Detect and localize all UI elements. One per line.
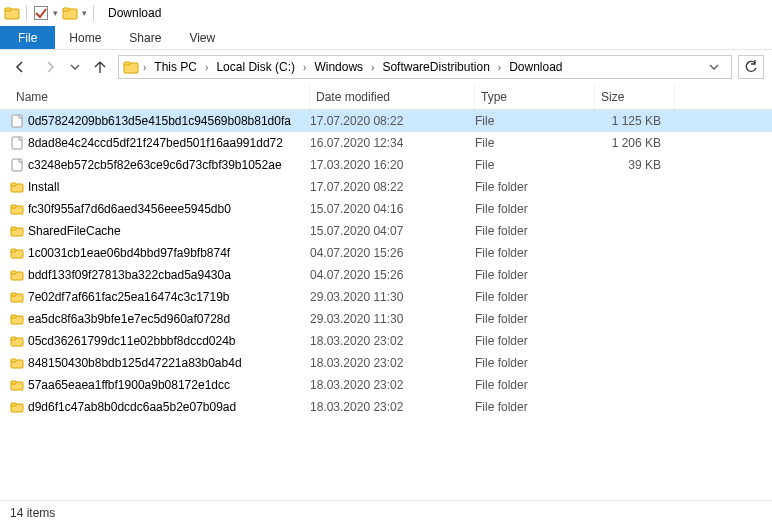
table-row[interactable]: 05cd36261799dc11e02bbbf8dccd024b18.03.20… [0,330,772,352]
folder-icon [10,400,28,414]
folder-icon [10,356,28,370]
table-row[interactable]: bddf133f09f27813ba322cbad5a9430a04.07.20… [0,264,772,286]
chevron-right-icon[interactable]: › [496,62,503,73]
table-row[interactable]: ea5dc8f6a3b9bfe1e7ec5d960af0728d29.03.20… [0,308,772,330]
chevron-right-icon[interactable]: › [369,62,376,73]
folder-icon [10,378,28,392]
chevron-right-icon[interactable]: › [141,62,148,73]
folder-icon [10,312,28,326]
folder-icon [10,180,28,194]
chevron-right-icon[interactable]: › [301,62,308,73]
file-date: 15.07.2020 04:07 [310,224,475,238]
refresh-button[interactable] [738,55,764,79]
file-name: 0d57824209bb613d5e415bd1c94569b08b81d0fa [28,114,310,128]
breadcrumb-softwaredistribution[interactable]: SoftwareDistribution [378,60,493,74]
table-row[interactable]: d9d6f1c47ab8b0dcdc6aa5b2e07b09ad18.03.20… [0,396,772,418]
up-button[interactable] [88,55,112,79]
file-date: 16.07.2020 12:34 [310,136,475,150]
table-row[interactable]: SharedFileCache15.07.2020 04:07File fold… [0,220,772,242]
folder-icon [10,202,28,216]
svg-rect-8 [12,137,22,149]
file-type: File folder [475,290,595,304]
tab-home[interactable]: Home [55,26,115,49]
address-dropdown[interactable] [709,62,727,72]
table-row[interactable]: 8dad8e4c24ccd5df21f247bed501f16aa991dd72… [0,132,772,154]
tab-file[interactable]: File [0,26,55,49]
file-list: Name Date modified Type Size 0d57824209b… [0,84,772,500]
file-type: File folder [475,202,595,216]
svg-rect-11 [11,183,16,186]
file-name: bddf133f09f27813ba322cbad5a9430a [28,268,310,282]
file-name: Install [28,180,310,194]
table-row[interactable]: 848150430b8bdb125d47221a83b0ab4d18.03.20… [0,352,772,374]
table-row[interactable]: 1c0031cb1eae06bd4bbd97fa9bfb874f04.07.20… [0,242,772,264]
header-name[interactable]: Name [10,84,310,109]
header-size[interactable]: Size [595,84,675,109]
svg-rect-6 [124,62,130,65]
svg-rect-19 [11,271,16,274]
file-date: 29.03.2020 11:30 [310,290,475,304]
file-type: File folder [475,356,595,370]
file-type: File [475,114,595,128]
file-type: File folder [475,312,595,326]
svg-rect-25 [11,337,16,340]
table-row[interactable]: Install17.07.2020 08:22File folder [0,176,772,198]
table-row[interactable]: 0d57824209bb613d5e415bd1c94569b08b81d0fa… [0,110,772,132]
file-date: 04.07.2020 15:26 [310,268,475,282]
chevron-right-icon[interactable]: › [203,62,210,73]
header-date[interactable]: Date modified [310,84,475,109]
svg-rect-17 [11,249,16,252]
svg-rect-13 [11,205,16,208]
table-row[interactable]: c3248eb572cb5f82e63ce9c6d73cfbf39b1052ae… [0,154,772,176]
file-type: File [475,136,595,150]
qat-dropdown-2[interactable]: ▾ [82,8,87,18]
folder-open-icon[interactable] [62,5,78,21]
file-date: 18.03.2020 23:02 [310,356,475,370]
back-button[interactable] [8,55,32,79]
column-headers: Name Date modified Type Size [0,84,772,110]
file-size: 1 206 KB [595,136,675,150]
file-name: SharedFileCache [28,224,310,238]
drive-icon [123,59,139,75]
table-row[interactable]: 57aa65eaea1ffbf1900a9b08172e1dcc18.03.20… [0,374,772,396]
svg-rect-23 [11,315,16,318]
qat-dropdown-1[interactable]: ▾ [53,8,58,18]
file-name: c3248eb572cb5f82e63ce9c6d73cfbf39b1052ae [28,158,310,172]
breadcrumb-windows[interactable]: Windows [310,60,367,74]
file-type: File [475,158,595,172]
breadcrumb-this-pc[interactable]: This PC [150,60,201,74]
forward-button[interactable] [38,55,62,79]
svg-rect-27 [11,359,16,362]
tab-view[interactable]: View [175,26,229,49]
titlebar: ▾ ▾ Download [0,0,772,26]
folder-icon [10,246,28,260]
folder-icon [10,290,28,304]
svg-rect-15 [11,227,16,230]
folder-icon [4,5,20,21]
separator [93,5,94,21]
address-bar[interactable]: › This PC › Local Disk (C:) › Windows › … [118,55,732,79]
status-bar: 14 items [0,500,772,524]
file-date: 15.07.2020 04:16 [310,202,475,216]
table-row[interactable]: 7e02df7af661fac25ea16474c3c1719b29.03.20… [0,286,772,308]
file-date: 18.03.2020 23:02 [310,334,475,348]
quick-access-toolbar: ▾ ▾ [4,5,96,21]
file-name: ea5dc8f6a3b9bfe1e7ec5d960af0728d [28,312,310,326]
check-icon[interactable] [33,5,49,21]
recent-locations-button[interactable] [68,55,82,79]
file-type: File folder [475,334,595,348]
folder-icon [10,334,28,348]
file-type: File folder [475,268,595,282]
tab-share[interactable]: Share [115,26,175,49]
header-type[interactable]: Type [475,84,595,109]
file-date: 29.03.2020 11:30 [310,312,475,326]
file-date: 18.03.2020 23:02 [310,400,475,414]
file-name: d9d6f1c47ab8b0dcdc6aa5b2e07b09ad [28,400,310,414]
breadcrumb-local-disk[interactable]: Local Disk (C:) [212,60,299,74]
file-date: 17.03.2020 16:20 [310,158,475,172]
table-row[interactable]: fc30f955af7d6d6aed3456eee5945db015.07.20… [0,198,772,220]
folder-icon [10,224,28,238]
breadcrumb-download[interactable]: Download [505,60,566,74]
window-title: Download [108,6,161,20]
file-date: 18.03.2020 23:02 [310,378,475,392]
